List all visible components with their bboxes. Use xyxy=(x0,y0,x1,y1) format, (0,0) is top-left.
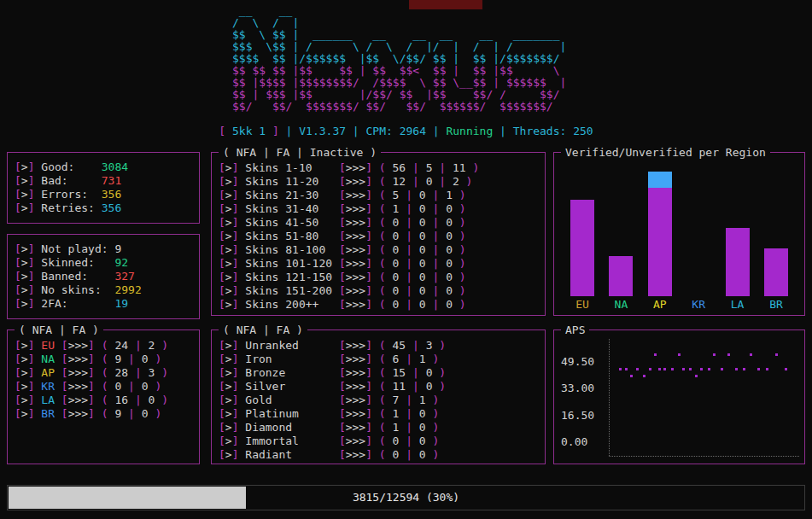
value-separator: | xyxy=(399,394,418,406)
arrows-marker-close: ] xyxy=(365,353,372,365)
paren-open: ( xyxy=(379,257,393,270)
row-marker: > xyxy=(21,366,28,379)
paren-close: ) xyxy=(453,298,466,311)
ascii-line: / \ / | xyxy=(232,17,566,29)
bar-label: KR xyxy=(692,298,705,312)
skins-row: [>] Skins 41-50 [>>>] ( 0 | 0 | 0 ) xyxy=(219,216,545,230)
row-marker: > xyxy=(225,407,232,420)
value-separator: | xyxy=(426,216,446,229)
row-marker-open: [ xyxy=(219,230,225,242)
aps-data-point xyxy=(735,368,738,370)
paren-close: ) xyxy=(453,216,466,229)
arrows-marker: >>> xyxy=(346,189,365,201)
rank-row: [>] Immortal [>>>] ( 0 | 0 ) xyxy=(219,434,545,448)
rank-row-label: Diamond xyxy=(238,421,338,434)
paren-close: ) xyxy=(432,366,446,379)
arrows-marker-close: ] xyxy=(365,394,372,406)
value-separator: | xyxy=(432,175,452,188)
value-separator: | xyxy=(426,202,446,215)
stat-row: [>] Good: 3084 xyxy=(15,160,199,174)
region-bar-chart-box: Verified/Unverified per Region EUNAAPKRL… xyxy=(553,152,805,316)
paren-open: ( xyxy=(102,353,115,365)
paren-open: ( xyxy=(379,380,393,393)
aps-data-point xyxy=(682,368,685,370)
aps-y-tick: 16.50 xyxy=(561,409,605,422)
value-separator: | xyxy=(406,161,425,174)
aps-data-point xyxy=(757,368,760,370)
aps-data-point xyxy=(721,368,723,370)
arrows-marker: >>> xyxy=(346,202,365,215)
value-separator: | xyxy=(121,353,141,365)
paren-close: ) xyxy=(426,394,440,406)
paren-open: ( xyxy=(379,421,393,434)
stat-value: 356 xyxy=(102,188,121,201)
arrows-marker: >>> xyxy=(68,339,88,352)
aps-data-point xyxy=(678,353,681,356)
chart-column-na: NA xyxy=(606,165,635,312)
rank-row: [>] Bronze [>>>] ( 15 | 0 ) xyxy=(219,366,545,380)
bar-label: BR xyxy=(769,298,783,312)
skins-row-label: Skins 151-200 xyxy=(238,284,338,297)
ascii-line: $$/ $$/ $$$$$$$/ $$/ $$/ $$$$$$/ $$$$$$$… xyxy=(232,101,566,113)
aps-data-point xyxy=(625,368,628,370)
stat-value: 9 xyxy=(114,242,121,255)
row-marker: > xyxy=(225,394,232,406)
value-separator: | xyxy=(406,175,425,188)
arrows-marker-open: [ xyxy=(339,421,346,434)
aps-data-point xyxy=(727,353,730,356)
row-marker-open: [ xyxy=(219,380,225,393)
paren-open: ( xyxy=(102,366,115,379)
skins-row: [>] Skins 31-40 [>>>] ( 1 | 0 | 0 ) xyxy=(219,202,545,216)
region-row: [>] LA [>>>] ( 16 | 0 ) xyxy=(15,394,199,407)
status-segment: Running xyxy=(446,125,493,137)
count-value: 0 xyxy=(419,202,426,215)
arrows-marker-close: ] xyxy=(88,366,95,379)
chart-column-ap: AP xyxy=(646,165,675,312)
arrows-marker-open: [ xyxy=(339,175,346,188)
paren-close: ) xyxy=(426,421,440,434)
arrows-marker-close: ] xyxy=(88,353,95,365)
row-marker: > xyxy=(225,175,232,188)
aps-data-point xyxy=(750,353,752,356)
value-separator: | xyxy=(406,366,425,379)
ranks-box: ( NFA | FA ) [>] Unranked [>>>] ( 45 | 3… xyxy=(211,329,546,464)
count-value: 56 xyxy=(393,161,406,174)
arrows-marker: >>> xyxy=(68,380,88,393)
stat-row: [>] 2FA: 19 xyxy=(15,297,199,311)
row-marker: > xyxy=(225,271,232,283)
arrows-marker-open: [ xyxy=(339,216,346,229)
skins-row: [>] Skins 11-20 [>>>] ( 12 | 0 | 2 ) xyxy=(219,175,545,189)
arrows-marker-open: [ xyxy=(339,407,346,420)
row-marker: > xyxy=(21,380,28,393)
row-marker-open: [ xyxy=(15,394,21,406)
arrows-marker-open: [ xyxy=(61,380,68,393)
aps-data-point xyxy=(654,353,657,356)
arrows-marker-open: [ xyxy=(339,298,346,311)
stat-row: [>] Errors: 356 xyxy=(15,188,199,201)
arrows-marker: >>> xyxy=(346,271,365,283)
rank-row-label: Platinum xyxy=(238,407,338,420)
paren-open: ( xyxy=(379,434,393,447)
spacer xyxy=(372,230,379,242)
skins-rows: [>] Skins 1-10 [>>>] ( 56 | 5 | 11 )[>] … xyxy=(212,153,545,315)
stat-row: [>] No skins: 2992 xyxy=(15,283,199,297)
arrows-marker-open: [ xyxy=(61,394,68,406)
stat-label: Not playd: xyxy=(34,242,114,255)
spacer xyxy=(372,284,379,297)
spacer xyxy=(95,380,102,393)
paren-close: ) xyxy=(432,339,446,352)
stat-label: Retries: xyxy=(34,201,101,214)
row-marker-open: [ xyxy=(15,380,21,393)
arrows-marker-close: ] xyxy=(365,284,372,297)
count-value: 12 xyxy=(393,175,406,188)
count-value: 24 xyxy=(114,339,128,352)
arrows-marker-close: ] xyxy=(365,230,372,242)
ascii-line: __ __ xyxy=(232,5,566,17)
row-marker-open: [ xyxy=(219,271,225,283)
spacer xyxy=(95,366,102,379)
aps-y-axis xyxy=(609,339,610,456)
rank-row: [>] Gold [>>>] ( 7 | 1 ) xyxy=(219,394,545,407)
paren-close: ) xyxy=(453,189,466,201)
row-marker-open: [ xyxy=(219,339,225,352)
paren-close: ) xyxy=(426,448,440,461)
